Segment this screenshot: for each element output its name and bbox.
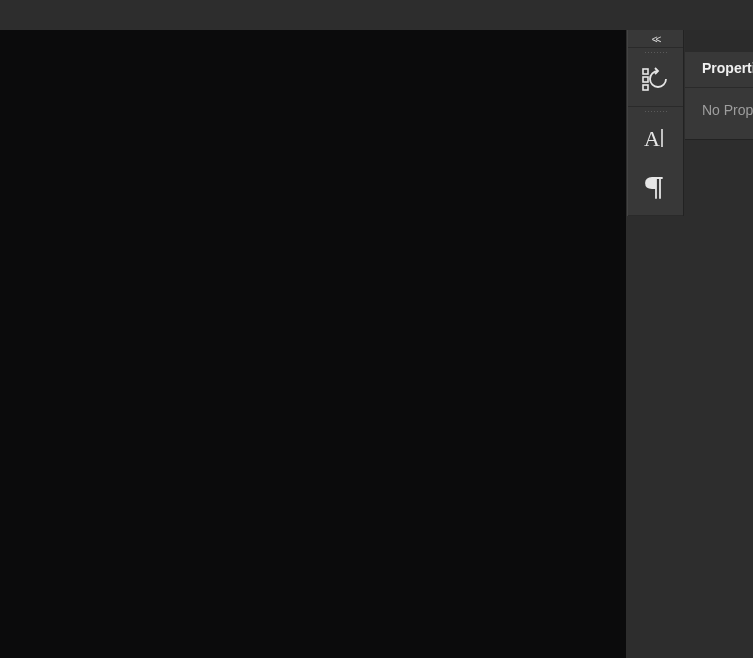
panel-body: No Properties <box>685 88 753 140</box>
application-top-bar <box>0 0 753 30</box>
expand-panels-button[interactable]: << <box>628 30 683 48</box>
paragraph-icon <box>644 176 666 204</box>
character-panel-button[interactable]: A <box>628 115 682 165</box>
collapsed-panel-dock: << A <box>627 30 684 216</box>
tool-group-1 <box>628 48 683 107</box>
svg-text:A: A <box>644 126 660 151</box>
panel-tab-strip[interactable] <box>685 30 753 52</box>
last-used-icon <box>642 67 668 95</box>
panel-title[interactable]: Properties <box>685 52 753 88</box>
panel-title-text: Properties <box>702 60 753 76</box>
character-icon: A <box>642 125 668 155</box>
drag-grip-icon[interactable] <box>628 48 683 56</box>
properties-panel: Properties No Properties <box>685 30 753 658</box>
svg-rect-1 <box>643 77 648 82</box>
document-canvas[interactable] <box>0 30 626 658</box>
double-chevron-left-icon: << <box>652 34 660 45</box>
svg-rect-2 <box>643 85 648 90</box>
tool-group-2: A <box>628 107 683 216</box>
panel-empty-area <box>685 140 753 658</box>
paragraph-panel-button[interactable] <box>628 165 682 215</box>
panel-body-text: No Properties <box>702 102 753 118</box>
last-used-panel-button[interactable] <box>628 56 682 106</box>
svg-rect-0 <box>643 69 648 74</box>
drag-grip-icon[interactable] <box>628 107 683 115</box>
